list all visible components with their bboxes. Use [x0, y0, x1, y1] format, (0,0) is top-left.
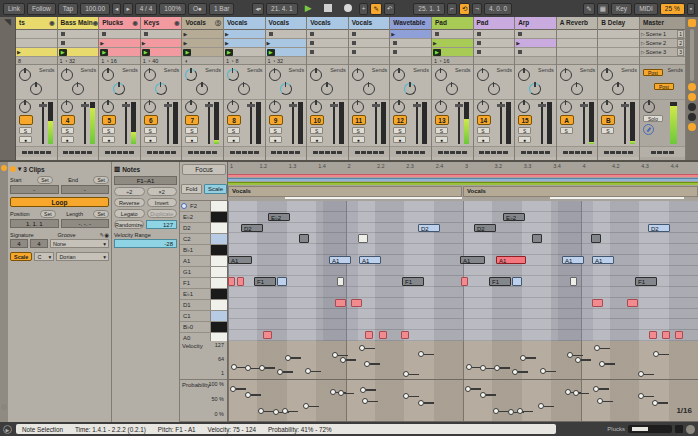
arrangement-position-field[interactable]: 21. 4. 1 [266, 3, 298, 15]
midi-note[interactable]: D2 [648, 224, 670, 232]
clip-slot[interactable]: ▶ [99, 39, 140, 48]
solo-button[interactable]: S [61, 127, 74, 134]
quantize-percent-field[interactable]: 100% [159, 3, 186, 15]
track-delay-field[interactable] [598, 147, 639, 157]
clip-slot[interactable] [58, 39, 99, 48]
probability-marker[interactable] [330, 389, 336, 395]
send-a-knob[interactable] [19, 69, 31, 81]
clip-play-icon[interactable]: ▶ [516, 41, 520, 46]
pan-knob[interactable] [144, 101, 156, 113]
clip-slot[interactable]: ▶ [432, 39, 473, 48]
track-activator-button[interactable]: 9 [269, 115, 283, 125]
clip-play-icon[interactable]: ▶ [267, 41, 271, 46]
velocity-range-value[interactable]: -28 [114, 239, 177, 248]
preview-headphone-icon[interactable] [181, 203, 187, 209]
piano-key[interactable] [210, 322, 227, 332]
track-header-icon[interactable]: Ⓢ [215, 19, 221, 29]
clip-slot[interactable] [557, 39, 598, 48]
stop-button[interactable] [319, 2, 337, 16]
velocity-marker[interactable] [494, 365, 500, 371]
clip-slot[interactable]: ▶ [182, 39, 223, 48]
probability-marker[interactable] [480, 392, 486, 398]
time-signature-field[interactable]: 4 / 4 [135, 3, 158, 15]
midi-note[interactable]: E♭2 [268, 213, 290, 221]
piano-key[interactable] [210, 212, 227, 222]
piano-key[interactable] [210, 289, 227, 299]
volume-fader[interactable] [125, 102, 127, 144]
loop-brace[interactable] [285, 197, 462, 199]
clip-slot[interactable]: ▶ [16, 48, 57, 57]
scale-highlight-button[interactable]: Scale [204, 184, 227, 194]
clip-slot[interactable] [307, 30, 348, 39]
show-delay-toggle[interactable] [688, 123, 696, 131]
probability-marker[interactable] [565, 389, 571, 395]
midi-note[interactable]: D2 [241, 224, 263, 232]
track-header[interactable]: Bass Main◉ [58, 17, 99, 30]
track-activator-button[interactable]: 13 [435, 115, 449, 125]
pitch-row[interactable]: B♭0 [180, 322, 227, 333]
clip-slot[interactable]: ▶ [182, 30, 223, 39]
fader-handle[interactable] [621, 104, 629, 107]
track-delay-field[interactable] [266, 147, 307, 157]
clip-slot[interactable] [16, 30, 57, 39]
midi-note[interactable] [461, 277, 468, 285]
send-a-knob[interactable] [269, 69, 281, 81]
pitch-row[interactable]: G1 [180, 267, 227, 278]
fader-handle[interactable] [247, 104, 255, 107]
send-b-knob[interactable] [155, 83, 167, 95]
fader-handle[interactable] [372, 104, 380, 107]
track-delay-field[interactable] [390, 147, 431, 157]
midi-note[interactable]: A1 [460, 256, 485, 264]
pitch-row[interactable]: D2 [180, 223, 227, 234]
length-set-button[interactable]: Set [93, 210, 109, 218]
piano-key[interactable] [210, 278, 227, 288]
solo-button[interactable]: S [560, 127, 573, 134]
loop-start-field[interactable]: 25. 1. 1 [413, 3, 445, 15]
midi-note[interactable]: A1 [228, 256, 252, 264]
clip-slot[interactable] [598, 48, 639, 57]
midi-note[interactable] [532, 234, 542, 242]
clip-slot[interactable]: ▶ [141, 48, 182, 57]
velocity-lane[interactable] [228, 341, 698, 380]
piano-key[interactable] [210, 234, 227, 244]
clip-slot[interactable] [16, 39, 57, 48]
clip-play-icon[interactable]: ▶ [183, 32, 187, 37]
track-header[interactable]: ts◉ [16, 17, 57, 30]
track-delay-field[interactable] [557, 147, 598, 157]
signature-numerator[interactable]: 4 [10, 239, 28, 248]
send-b-knob[interactable] [363, 83, 375, 95]
track-header-icon[interactable]: ◉ [174, 19, 179, 29]
probability-marker[interactable] [493, 408, 499, 414]
clip-slot[interactable] [307, 48, 348, 57]
overview-toggle-icon[interactable] [688, 19, 696, 27]
randomize-button[interactable]: Randomize [114, 220, 144, 229]
note-tool-2[interactable]: ×2 [147, 187, 178, 196]
clip-slot[interactable] [349, 30, 390, 39]
track-activator-button[interactable]: 7 [185, 115, 199, 125]
midi-note[interactable] [512, 277, 522, 285]
cpu-meter[interactable]: 25 % [660, 3, 685, 15]
fader-handle[interactable] [289, 104, 297, 107]
track-activator-button[interactable]: 14 [477, 115, 491, 125]
show-mixer-toggle[interactable] [688, 113, 696, 121]
master-solo-button[interactable]: Solo [643, 115, 663, 122]
send-b-knob[interactable] [280, 83, 292, 95]
clip-slot[interactable]: ▶ [99, 48, 140, 57]
piano-key[interactable] [210, 245, 227, 255]
root-note-select[interactable]: C▾ [34, 252, 54, 261]
pan-knob[interactable] [560, 101, 572, 113]
solo-button[interactable]: S [352, 127, 365, 134]
midi-note[interactable] [627, 299, 638, 307]
record-button[interactable] [339, 2, 357, 16]
clip-slot[interactable] [432, 30, 473, 39]
clip-slot[interactable]: ▶ [266, 48, 307, 57]
send-a-knob[interactable] [352, 69, 364, 81]
send-a-knob[interactable] [560, 69, 572, 81]
velocity-marker[interactable] [285, 355, 291, 361]
show-sends-toggle[interactable] [688, 93, 696, 101]
midi-note[interactable]: A1 [496, 256, 526, 264]
send-a-knob[interactable] [518, 69, 530, 81]
velocity-marker[interactable] [340, 357, 346, 363]
groove-edit-icon[interactable]: ✎◉ [100, 232, 109, 238]
midi-note[interactable] [335, 299, 346, 307]
